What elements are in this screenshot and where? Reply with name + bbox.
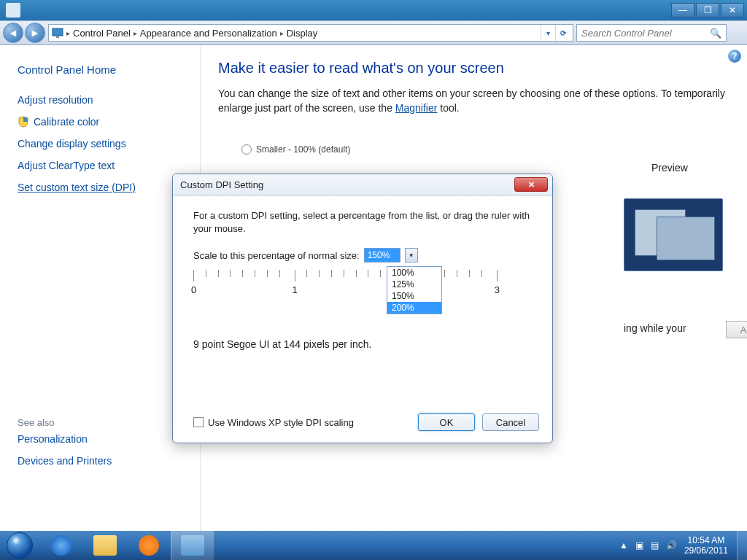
back-button[interactable]: ◄: [3, 23, 23, 43]
ie-icon: [51, 535, 71, 556]
media-player-icon: [139, 535, 159, 556]
sidebar-change-display-settings[interactable]: Change display settings: [18, 133, 191, 155]
sidebar-calibrate-color[interactable]: Calibrate color: [34, 111, 99, 133]
navigation-bar: ◄ ► ▸ Control Panel ▸ Appearance and Per…: [0, 20, 747, 45]
apply-button[interactable]: Apply: [726, 321, 747, 338]
dpi-ruler[interactable]: 0 1 3: [193, 270, 500, 303]
taskbar: ▲ ▣ ▤ 🔊 10:54 AM 29/06/2011: [0, 531, 747, 560]
minimize-button[interactable]: —: [671, 3, 694, 18]
help-button[interactable]: ?: [728, 50, 741, 63]
sidebar-set-custom-dpi[interactable]: Set custom text size (DPI): [18, 176, 191, 198]
dialog-titlebar[interactable]: Custom DPI Setting ✕: [173, 174, 552, 196]
see-also-heading: See also: [18, 417, 191, 428]
taskbar-ie[interactable]: [39, 531, 83, 560]
xp-scaling-label: Use Windows XP style DPI scaling: [208, 417, 354, 428]
combobox-dropdown-button[interactable]: ▼: [405, 248, 418, 262]
windows-orb-icon: [7, 532, 33, 559]
svg-rect-1: [56, 36, 59, 38]
tray-show-hidden-icon[interactable]: ▲: [619, 540, 628, 551]
sidebar: Control Panel Home Adjust resolution Cal…: [0, 45, 201, 531]
breadcrumb-control-panel[interactable]: Control Panel: [70, 28, 133, 39]
tray-clock[interactable]: 10:54 AM 29/06/2011: [684, 535, 731, 556]
radio-icon[interactable]: [241, 144, 252, 155]
option-100[interactable]: 100%: [387, 267, 441, 279]
radio-smaller-label: Smaller - 100% (default): [256, 144, 350, 155]
shield-icon: [18, 116, 29, 128]
preview-thumbnail: [624, 198, 723, 271]
sidebar-devices-printers[interactable]: Devices and Printers: [18, 450, 191, 472]
page-title: Make it easier to read what's on your sc…: [218, 60, 732, 77]
option-125[interactable]: 125%: [387, 279, 441, 290]
address-bar[interactable]: ▸ Control Panel ▸ Appearance and Persona…: [48, 24, 573, 42]
recycle-bin-icon: [6, 3, 20, 18]
sidebar-adjust-resolution[interactable]: Adjust resolution: [18, 89, 191, 111]
page-description: You can change the size of text and othe…: [218, 87, 732, 115]
tray-time: 10:54 AM: [684, 535, 728, 545]
tray-date: 29/06/2011: [684, 545, 728, 556]
refresh-button[interactable]: ⟳: [555, 25, 570, 41]
monitor-icon: [52, 27, 63, 39]
maximize-button[interactable]: ❐: [696, 3, 719, 18]
taskbar-control-panel[interactable]: [171, 531, 214, 560]
sidebar-adjust-cleartype[interactable]: Adjust ClearType text: [18, 155, 191, 176]
ok-button[interactable]: OK: [418, 413, 475, 431]
tray-volume-icon[interactable]: 🔊: [666, 540, 677, 551]
ruler-label-1: 1: [293, 284, 298, 295]
window-titlebar: — ❐ ✕: [0, 0, 747, 20]
option-150[interactable]: 150%: [387, 290, 441, 302]
xp-scaling-checkbox-row[interactable]: Use Windows XP style DPI scaling: [193, 417, 354, 428]
breadcrumb-display[interactable]: Display: [284, 28, 321, 39]
search-box[interactable]: 🔍: [576, 24, 727, 42]
apply-note-truncated: ing while your: [624, 322, 719, 334]
search-input[interactable]: [581, 28, 707, 39]
svg-rect-0: [53, 28, 63, 36]
search-icon[interactable]: 🔍: [710, 28, 721, 39]
taskbar-explorer[interactable]: [83, 531, 127, 560]
taskbar-media-player[interactable]: [127, 531, 171, 560]
address-dropdown-button[interactable]: ▾: [541, 25, 555, 41]
start-button[interactable]: [0, 531, 39, 560]
preview-label: Preview: [651, 162, 688, 174]
sample-text: 9 point Segoe UI at 144 pixels per inch.: [193, 338, 532, 350]
control-panel-icon: [181, 535, 204, 556]
radio-smaller-row[interactable]: Smaller - 100% (default): [241, 144, 732, 155]
tray-action-center-icon[interactable]: ▣: [635, 540, 643, 551]
scale-combobox[interactable]: 150%: [364, 248, 400, 262]
breadcrumb-appearance[interactable]: Appearance and Personalization: [137, 28, 280, 39]
checkbox-icon[interactable]: [193, 417, 204, 427]
dialog-instructions: For a custom DPI setting, select a perce…: [193, 209, 532, 235]
cancel-button[interactable]: Cancel: [482, 413, 539, 431]
dialog-title-text: Custom DPI Setting: [180, 179, 263, 190]
scale-dropdown-list[interactable]: 100% 125% 150% 200%: [387, 266, 442, 314]
show-desktop-button[interactable]: [737, 531, 747, 560]
close-window-button[interactable]: ✕: [721, 3, 744, 18]
ruler-label-0: 0: [191, 284, 196, 295]
control-panel-icon: [52, 27, 66, 39]
dialog-close-button[interactable]: ✕: [514, 177, 548, 192]
ruler-label-3: 3: [495, 284, 500, 295]
scale-label: Scale to this percentage of normal size:: [193, 250, 360, 261]
option-200[interactable]: 200%: [387, 302, 441, 314]
magnifier-link[interactable]: Magnifier: [395, 102, 438, 114]
sidebar-personalization[interactable]: Personalization: [18, 428, 191, 450]
forward-button[interactable]: ►: [25, 23, 45, 43]
tray-network-icon[interactable]: ▤: [651, 540, 659, 551]
control-panel-home-link[interactable]: Control Panel Home: [18, 58, 191, 89]
system-tray: ▲ ▣ ▤ 🔊 10:54 AM 29/06/2011: [614, 535, 737, 556]
folder-icon: [93, 535, 117, 556]
custom-dpi-dialog: Custom DPI Setting ✕ For a custom DPI se…: [172, 174, 553, 443]
